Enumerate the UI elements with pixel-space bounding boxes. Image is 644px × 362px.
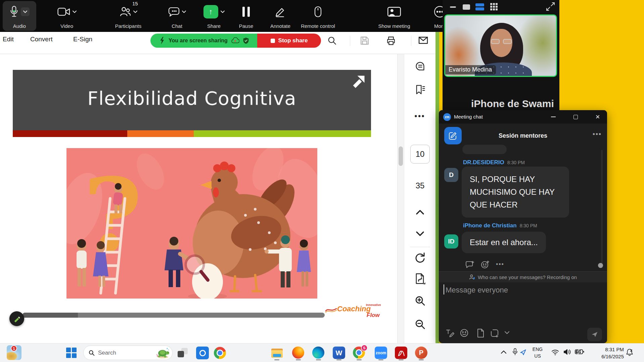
menu-esign[interactable]: E-Sign bbox=[73, 36, 92, 43]
chat-button[interactable]: Chat bbox=[162, 0, 192, 32]
active-speaker-view-button[interactable] bbox=[475, 3, 484, 11]
minimize-videos-button[interactable] bbox=[450, 6, 456, 8]
pause-icon bbox=[242, 7, 250, 17]
taskbar-app-acrobat[interactable] bbox=[395, 347, 408, 359]
pdf-document-area[interactable]: Flexibilidad Cognitiva ? bbox=[0, 54, 397, 343]
chat-minimize-button[interactable] bbox=[546, 110, 561, 124]
vertical-scrollbar-thumb[interactable] bbox=[399, 146, 403, 166]
chat-scrollbar[interactable] bbox=[601, 150, 603, 268]
tray-clock[interactable]: 8:31 PM 6/16/2025 bbox=[588, 346, 624, 360]
taskbar-search[interactable]: Search bbox=[83, 346, 173, 360]
chat-privacy-bar[interactable]: Who can see your messages? Recording on bbox=[439, 271, 607, 282]
share-label: Share bbox=[199, 23, 229, 29]
remote-control-button[interactable]: Remote control bbox=[298, 0, 338, 32]
next-page-button[interactable] bbox=[416, 231, 424, 237]
next-participant-name: iPhone de Swami bbox=[471, 98, 554, 109]
participants-button[interactable]: 15 Participants bbox=[107, 0, 150, 32]
word-icon: W bbox=[333, 347, 345, 359]
chat-scrollbar-thumb[interactable] bbox=[598, 263, 603, 268]
chat-close-button[interactable]: ✕ bbox=[590, 110, 605, 124]
speaker-view-button[interactable] bbox=[463, 4, 470, 10]
save-button[interactable] bbox=[360, 36, 369, 45]
attach-file-button[interactable] bbox=[476, 328, 485, 338]
taskbar-app-alexa[interactable] bbox=[196, 347, 209, 359]
expand-videos-button[interactable] bbox=[546, 2, 555, 11]
tray-location-indicator[interactable] bbox=[520, 349, 526, 356]
chevron-down-icon[interactable] bbox=[73, 10, 77, 13]
annotation-pencil-button[interactable] bbox=[9, 311, 24, 326]
video-thumbnail-panel: Evaristo Medina iPhone de Swami bbox=[443, 0, 559, 111]
taskbar-app-powerpoint[interactable]: P bbox=[415, 347, 428, 359]
zoom-out-button[interactable] bbox=[414, 319, 425, 330]
chat-titlebar[interactable]: zm Meeting chat ✕ bbox=[439, 110, 607, 124]
chevron-down-icon[interactable] bbox=[133, 10, 137, 13]
tray-battery[interactable] bbox=[575, 349, 584, 355]
taskbar-app-zoom[interactable]: zoom bbox=[375, 347, 387, 359]
active-speaker-video[interactable]: Evaristo Medina bbox=[444, 14, 557, 77]
video-button[interactable]: Video bbox=[51, 0, 83, 32]
sidebar-divider bbox=[410, 247, 430, 247]
fit-page-button[interactable] bbox=[414, 273, 426, 286]
message-author[interactable]: iPhone de Christian bbox=[463, 222, 517, 229]
share-button[interactable]: ↑ Share bbox=[199, 0, 229, 32]
horizontal-scrollbar[interactable] bbox=[22, 313, 325, 318]
add-reaction-icon[interactable] bbox=[481, 260, 489, 269]
chat-maximize-button[interactable] bbox=[568, 110, 583, 124]
chevron-down-icon[interactable] bbox=[182, 10, 186, 13]
message-more-icon[interactable]: ••• bbox=[496, 261, 504, 268]
message-bubble[interactable]: SI, PORQUE HAY MUCHISIMO QUE HAY QUE HAC… bbox=[462, 167, 569, 218]
more-input-options-button[interactable] bbox=[505, 331, 509, 334]
chat-channel-title[interactable]: Sesión mentores bbox=[439, 132, 607, 139]
channel-more-button[interactable]: ••• bbox=[593, 130, 602, 138]
svg-text:?: ? bbox=[83, 156, 142, 274]
tray-language-switcher[interactable]: ENG US bbox=[530, 346, 545, 360]
vertical-scrollbar[interactable] bbox=[397, 54, 404, 343]
bookmarks-tool-button[interactable] bbox=[414, 84, 426, 96]
taskbar-app-file-explorer[interactable] bbox=[271, 347, 283, 359]
pause-share-button[interactable]: Pause bbox=[234, 0, 259, 32]
start-button[interactable] bbox=[66, 348, 77, 358]
taskbar-app-chrome[interactable] bbox=[214, 347, 226, 359]
email-button[interactable] bbox=[418, 36, 428, 45]
chevron-down-icon[interactable] bbox=[221, 10, 225, 13]
menu-convert[interactable]: Convert bbox=[30, 36, 53, 43]
send-message-button[interactable] bbox=[587, 328, 602, 341]
task-view-button[interactable] bbox=[178, 348, 188, 358]
print-button[interactable] bbox=[386, 36, 396, 46]
menu-edit[interactable]: Edit bbox=[3, 36, 14, 43]
taskbar-app-chrome-profile[interactable]: S bbox=[353, 347, 366, 359]
message-input[interactable]: Message everyone bbox=[446, 286, 508, 295]
page-number-input[interactable]: 10 bbox=[410, 145, 430, 164]
horizontal-scrollbar-thumb[interactable] bbox=[22, 313, 78, 318]
tray-show-hidden-icons[interactable] bbox=[501, 350, 507, 354]
tray-microphone-indicator[interactable] bbox=[512, 348, 518, 356]
zoom-in-button[interactable] bbox=[414, 295, 425, 306]
audio-options-button[interactable] bbox=[21, 7, 30, 16]
format-text-button[interactable] bbox=[446, 328, 455, 337]
reply-icon[interactable] bbox=[466, 261, 474, 268]
screenshot-button[interactable] bbox=[490, 328, 499, 338]
taskbar-app-edge[interactable] bbox=[312, 347, 325, 359]
gallery-view-button[interactable] bbox=[490, 3, 498, 11]
show-meeting-button[interactable]: Show meeting bbox=[369, 0, 420, 32]
message-author[interactable]: DR.DESIDERIO bbox=[463, 159, 504, 166]
emoji-button[interactable] bbox=[460, 328, 469, 337]
rotate-page-button[interactable] bbox=[414, 252, 426, 264]
comments-tool-button[interactable] bbox=[415, 61, 425, 72]
tray-volume[interactable] bbox=[563, 348, 571, 356]
zoom-meeting-toolbar: Audio Video 15 Participants bbox=[0, 0, 447, 32]
more-tools-button[interactable]: ••• bbox=[414, 112, 425, 121]
taskbar-widget-icon[interactable]: 1 bbox=[7, 345, 21, 360]
message-bubble[interactable]: Estar en el ahora... bbox=[462, 232, 546, 253]
previous-page-button[interactable] bbox=[416, 209, 424, 215]
annotate-button[interactable]: Annotate bbox=[265, 0, 296, 32]
taskbar-app-firefox[interactable] bbox=[292, 347, 305, 359]
stop-share-button[interactable]: Stop share bbox=[257, 34, 321, 48]
tray-wifi[interactable] bbox=[551, 349, 559, 356]
find-button[interactable] bbox=[327, 36, 337, 45]
mail-icon bbox=[418, 36, 428, 45]
taskbar-app-word[interactable]: W bbox=[333, 347, 346, 359]
speaker-icon bbox=[563, 348, 571, 356]
tray-notifications[interactable] bbox=[625, 348, 634, 357]
audio-button[interactable]: Audio bbox=[3, 0, 36, 32]
